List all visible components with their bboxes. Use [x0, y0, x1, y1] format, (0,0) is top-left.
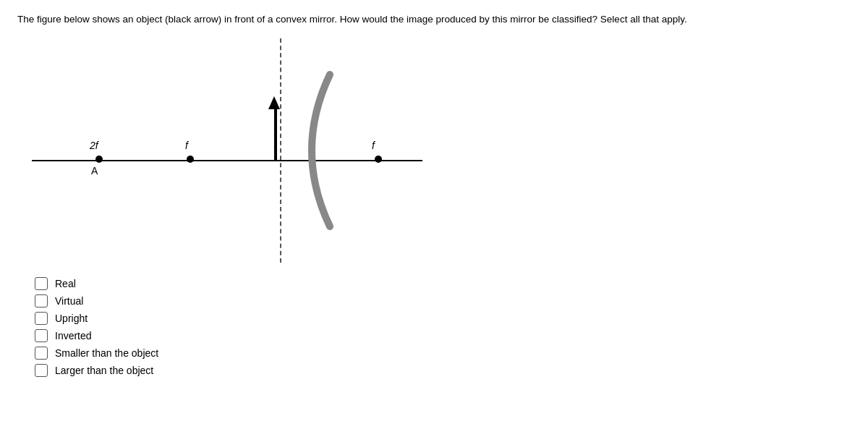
option-smaller-label: Smaller than the object: [55, 347, 158, 359]
dot-f-left: [187, 156, 194, 163]
option-larger-label: Larger than the object: [55, 365, 153, 376]
label-A: A: [91, 165, 98, 177]
label-2f: 2f: [90, 140, 98, 151]
option-inverted[interactable]: Inverted: [35, 329, 851, 342]
label-f-right: f: [372, 140, 375, 151]
dot-2f: [95, 156, 103, 163]
option-upright[interactable]: Upright: [35, 312, 851, 325]
checkbox-virtual[interactable]: [35, 294, 48, 307]
label-f-left: f: [185, 140, 188, 151]
checkbox-larger[interactable]: [35, 364, 48, 377]
option-virtual[interactable]: Virtual: [35, 294, 851, 307]
option-smaller[interactable]: Smaller than the object: [35, 347, 851, 360]
axis-line: [32, 160, 422, 161]
option-real-label: Real: [55, 278, 76, 289]
dot-f-right: [375, 156, 382, 163]
option-larger[interactable]: Larger than the object: [35, 364, 851, 377]
checkbox-real[interactable]: [35, 277, 48, 290]
question-text: The figure below shows an object (black …: [17, 13, 813, 27]
convex-mirror: [279, 67, 344, 234]
option-upright-label: Upright: [55, 313, 88, 324]
checkbox-upright[interactable]: [35, 312, 48, 325]
diagram-area: 2f A f f: [32, 38, 437, 263]
option-inverted-label: Inverted: [55, 330, 92, 341]
checkbox-smaller[interactable]: [35, 347, 48, 360]
checkbox-inverted[interactable]: [35, 329, 48, 342]
option-virtual-label: Virtual: [55, 295, 83, 307]
object-arrow-shaft: [274, 103, 277, 160]
options-area: Real Virtual Upright Inverted Smaller th…: [35, 277, 851, 377]
option-real[interactable]: Real: [35, 277, 851, 290]
